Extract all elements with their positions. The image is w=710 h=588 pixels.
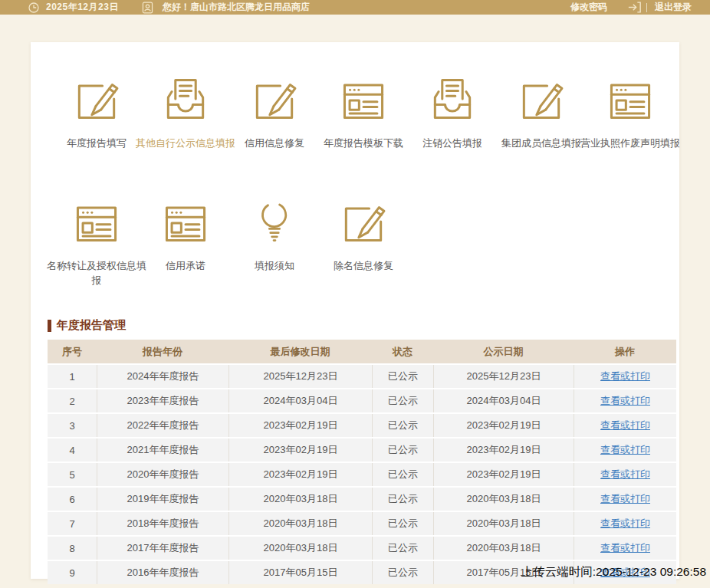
current-date: 2025年12月23日 <box>46 1 119 14</box>
annual-report-section: 年度报告管理 序号报告年份最后修改日期状态公示日期操作 12024年年度报告20… <box>48 318 676 584</box>
table-row: 52020年年度报告2023年02月19日已公示2023年02月19日查看或打印 <box>48 463 676 486</box>
edit-icon <box>246 73 303 125</box>
table-row: 72018年年度报告2020年03月18日已公示2020年03月18日查看或打印 <box>48 512 676 535</box>
view-or-print-link[interactable]: 查看或打印 <box>600 443 650 457</box>
cell-year: 2022年年度报告 <box>97 414 228 437</box>
cell-seq: 5 <box>48 463 97 486</box>
menu-item-1[interactable]: 年度报告填写 <box>52 73 141 195</box>
menu-item-2[interactable]: 其他自行公示信息填报 <box>141 73 230 195</box>
cell-published: 2020年03月18日 <box>433 512 574 535</box>
cell-seq: 1 <box>48 365 97 388</box>
menu-item-label: 集团成员信息填报 <box>490 136 593 151</box>
menu-item-label: 其他自行公示信息填报 <box>134 136 237 151</box>
cell-action: 查看或打印 <box>574 439 676 462</box>
cell-modified: 2023年02月19日 <box>228 439 372 462</box>
menu-item-9[interactable]: 信用承诺 <box>141 195 230 318</box>
section-title-text: 年度报告管理 <box>57 318 126 333</box>
cell-published: 2023年02月19日 <box>433 439 574 462</box>
browser-icon <box>602 73 659 125</box>
menu-item-label: 年度报告填写 <box>45 136 148 151</box>
cell-status: 已公示 <box>372 439 433 462</box>
menu-item-7[interactable]: 营业执照作废声明填报 <box>586 73 675 195</box>
cell-year: 2023年年度报告 <box>97 389 228 412</box>
menu-item-4[interactable]: 年度报告模板下载 <box>319 73 408 195</box>
cell-action: 查看或打印 <box>574 414 676 437</box>
cell-status: 已公示 <box>372 537 433 560</box>
table-row: 82017年年度报告2020年03月18日已公示2020年03月18日查看或打印 <box>48 537 676 560</box>
cell-modified: 2020年03月18日 <box>228 488 372 511</box>
cell-modified: 2023年02月19日 <box>228 414 372 437</box>
menu-item-label: 营业执照作废声明填报 <box>579 136 682 151</box>
column-header-3: 最后修改日期 <box>228 340 372 363</box>
cell-published: 2020年03月18日 <box>433 537 574 560</box>
cell-status: 已公示 <box>372 365 433 388</box>
menu-item-10[interactable]: 填报须知 <box>230 195 319 318</box>
table-row: 22023年年度报告2024年03月04日已公示2024年03月04日查看或打印 <box>48 389 676 412</box>
cell-published: 2025年12月23日 <box>433 365 574 388</box>
cell-year: 2021年年度报告 <box>97 439 228 462</box>
column-header-6: 操作 <box>574 340 676 363</box>
browser-icon <box>157 195 214 248</box>
cell-action: 查看或打印 <box>574 512 676 535</box>
view-or-print-link[interactable]: 查看或打印 <box>600 394 650 408</box>
browser-icon <box>68 195 125 248</box>
cell-year: 2019年年度报告 <box>97 488 228 511</box>
cell-seq: 6 <box>48 488 97 511</box>
cell-year: 2016年年度报告 <box>97 561 228 584</box>
cell-status: 已公示 <box>372 512 433 535</box>
table-row: 42021年年度报告2023年02月19日已公示2023年02月19日查看或打印 <box>48 439 676 462</box>
table-row: 32022年年度报告2023年02月19日已公示2023年02月19日查看或打印 <box>48 414 676 437</box>
menu-item-label: 信用承诺 <box>134 259 237 274</box>
cell-action: 查看或打印 <box>574 389 676 412</box>
column-header-2: 报告年份 <box>97 340 228 363</box>
main-card: 年度报告填写其他自行公示信息填报信用信息修复年度报告模板下载注销公告填报集团成员… <box>31 42 679 579</box>
view-or-print-link[interactable]: 查看或打印 <box>600 468 650 481</box>
clock-icon <box>28 2 40 14</box>
menu-item-label: 名称转让及授权信息填报 <box>45 259 148 288</box>
cell-modified: 2020年03月18日 <box>228 512 372 535</box>
menu-item-label: 填报须知 <box>223 259 326 274</box>
menu-item-label: 年度报告模板下载 <box>312 136 415 151</box>
logout-icon[interactable] <box>627 1 642 14</box>
upload-timestamp: 上传云端时间:2025-12-23 09:26:58 <box>521 564 706 580</box>
cell-seq: 7 <box>48 512 97 535</box>
topbar: 2025年12月23日 您好！唐山市路北区腾龙日用品商店 修改密码 退出登录 <box>0 0 710 15</box>
edit-icon <box>335 195 392 248</box>
cell-action: 查看或打印 <box>574 537 676 560</box>
cell-seq: 3 <box>48 414 97 437</box>
menu-item-label: 信用信息修复 <box>223 136 326 151</box>
cell-modified: 2025年12月23日 <box>228 365 372 388</box>
user-icon <box>142 2 153 14</box>
menu-item-8[interactable]: 名称转让及授权信息填报 <box>52 195 141 318</box>
menu-item-11[interactable]: 除名信息修复 <box>319 195 408 318</box>
section-title: 年度报告管理 <box>48 318 676 333</box>
view-or-print-link[interactable]: 查看或打印 <box>600 370 650 383</box>
menu-item-label: 注销公告填报 <box>401 136 504 151</box>
cell-status: 已公示 <box>372 488 433 511</box>
cell-year: 2024年年度报告 <box>97 365 228 388</box>
table-row: 62019年年度报告2020年03月18日已公示2020年03月18日查看或打印 <box>48 488 676 511</box>
column-header-4: 状态 <box>372 340 433 363</box>
cell-action: 查看或打印 <box>574 488 676 511</box>
logout-link[interactable]: 退出登录 <box>655 1 692 14</box>
view-or-print-link[interactable]: 查看或打印 <box>600 492 650 506</box>
menu-item-6[interactable]: 集团成员信息填报 <box>497 73 586 195</box>
cell-year: 2020年年度报告 <box>97 463 228 486</box>
cell-published: 2023年02月19日 <box>433 414 574 437</box>
inbox-icon <box>424 73 481 125</box>
cell-year: 2017年年度报告 <box>97 537 228 560</box>
view-or-print-link[interactable]: 查看或打印 <box>600 517 650 531</box>
cell-status: 已公示 <box>372 463 433 486</box>
change-password-link[interactable]: 修改密码 <box>570 1 607 14</box>
view-or-print-link[interactable]: 查看或打印 <box>600 541 650 555</box>
menu-item-5[interactable]: 注销公告填报 <box>408 73 497 195</box>
table-header-row: 序号报告年份最后修改日期状态公示日期操作 <box>48 340 676 363</box>
cell-seq: 4 <box>48 439 97 462</box>
menu-item-3[interactable]: 信用信息修复 <box>230 73 319 195</box>
cell-seq: 2 <box>48 389 97 412</box>
cell-published: 2024年03月04日 <box>433 389 574 412</box>
view-or-print-link[interactable]: 查看或打印 <box>600 419 650 432</box>
browser-icon <box>335 73 392 125</box>
cell-modified: 2020年03月18日 <box>228 537 372 560</box>
cell-modified: 2023年02月19日 <box>228 463 372 486</box>
